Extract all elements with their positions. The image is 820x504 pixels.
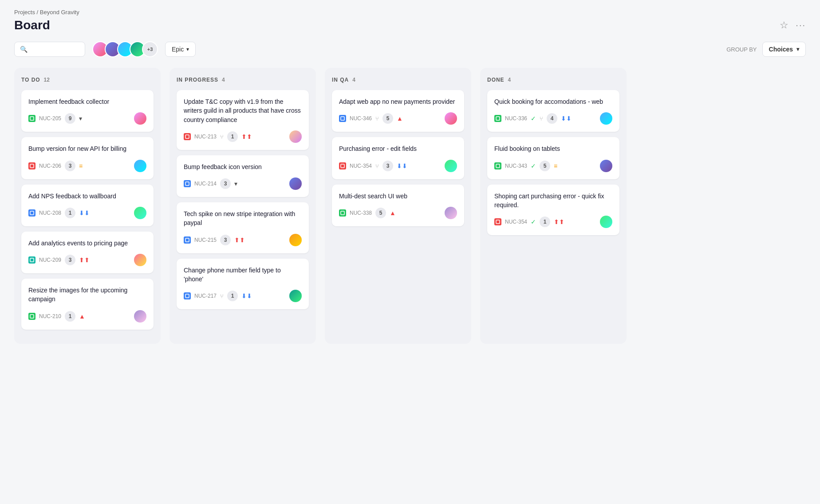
card[interactable]: Add NPS feedback to wallboard NUC-208 1 … (21, 185, 154, 226)
card[interactable]: Implement feedback collector NUC-205 9 ▾ (21, 90, 154, 132)
svg-rect-12 (496, 117, 500, 120)
card-title: Resize the images for the upcoming campa… (28, 286, 146, 304)
card[interactable]: Bump version for new API for billing NUC… (21, 137, 154, 179)
card-tag-icon (28, 313, 35, 320)
avatar (600, 160, 612, 172)
card-id: NUC-206 (39, 163, 61, 169)
card[interactable]: Adapt web app no new payments provider N… (332, 90, 464, 132)
avatar (600, 216, 612, 228)
avatar (134, 207, 146, 219)
chevron-down-icon: ▾ (186, 46, 189, 52)
priority-icon: ▲ (397, 114, 403, 122)
branch-icon: ⑂ (540, 114, 543, 122)
card-id: NUC-336 (505, 115, 527, 122)
check-icon: ✓ (531, 218, 536, 226)
search-box[interactable]: 🔍 (14, 42, 85, 57)
card-title: Add NPS feedback to wallboard (28, 192, 146, 201)
card[interactable]: Fluid booking on tablets NUC-343 ✓ 5 ≡ (487, 137, 619, 179)
count-badge: 3 (220, 178, 231, 189)
card-id: NUC-210 (39, 313, 61, 319)
svg-rect-7 (185, 238, 189, 242)
card-title: Multi-dest search UI web (339, 192, 457, 201)
svg-rect-0 (30, 117, 34, 120)
card-title: Fluid booking on tablets (494, 144, 612, 153)
priority-icon: ▾ (234, 180, 237, 188)
star-button[interactable]: ☆ (780, 20, 788, 31)
card-title: Tech spike on new stripe integration wit… (184, 209, 302, 228)
card-id: NUC-209 (39, 257, 61, 263)
card-id: NUC-205 (39, 115, 61, 122)
priority-icon: ≡ (79, 162, 83, 170)
count-badge: 5 (375, 208, 386, 218)
avatar (445, 160, 457, 172)
avatar (134, 254, 146, 266)
card[interactable]: Add analytics events to pricing page NUC… (21, 232, 154, 273)
page-title: Board (14, 18, 79, 32)
avatar (289, 234, 302, 246)
card[interactable]: Multi-dest search UI web NUC-338 5 ▲ (332, 185, 464, 226)
card-tag-icon (494, 115, 501, 122)
avatar (445, 207, 457, 219)
avatar (600, 112, 612, 125)
column-count: 4 (222, 77, 225, 83)
card[interactable]: Shoping cart purchasing error - quick fi… (487, 185, 619, 236)
card-title: Purchasing error - edit fields (339, 144, 457, 153)
card-id: NUC-343 (505, 163, 527, 169)
card[interactable]: Tech spike on new stripe integration wit… (177, 202, 309, 253)
priority-icon: ⬇⬇ (79, 209, 90, 217)
card-tag-icon (28, 256, 35, 264)
count-badge: 3 (382, 161, 393, 171)
card[interactable]: Bump feedback icon version NUC-214 3 ▾ (177, 155, 309, 197)
card-tag-icon (494, 162, 501, 169)
card[interactable]: Resize the images for the upcoming campa… (21, 279, 154, 330)
count-badge: 5 (382, 113, 393, 124)
count-badge: 5 (540, 161, 550, 171)
count-badge: 9 (65, 113, 75, 124)
count-badge: 1 (65, 311, 75, 322)
card-title: Change phone number field type to 'phone… (184, 266, 302, 284)
priority-icon: ⬆⬆ (79, 256, 90, 264)
card-tag-icon (494, 218, 501, 225)
card[interactable]: Update T&C copy with v1.9 from the write… (177, 90, 309, 150)
svg-rect-6 (185, 182, 189, 185)
priority-icon: ▲ (390, 209, 396, 217)
priority-icon: ⬆⬆ (241, 133, 252, 141)
more-options-button[interactable]: ··· (796, 20, 806, 30)
card[interactable]: Quick booking for accomodations - web NU… (487, 90, 619, 132)
card-tag-icon (28, 209, 35, 217)
group-by-label: GROUP BY (726, 46, 757, 53)
count-badge: 1 (540, 217, 550, 227)
svg-rect-10 (341, 164, 344, 168)
column-count: 4 (508, 77, 511, 83)
svg-rect-1 (30, 164, 34, 168)
priority-icon: ≡ (554, 162, 557, 170)
avatar-group: +3 (92, 41, 158, 57)
avatar (289, 290, 302, 302)
choices-button[interactable]: Choices ▾ (762, 42, 806, 57)
column-count: 12 (44, 77, 50, 83)
card-title: Implement feedback collector (28, 97, 146, 106)
card-tag-icon (339, 115, 346, 122)
count-badge: 4 (547, 113, 557, 124)
card-id: NUC-354 (505, 219, 527, 225)
branch-icon: ⑂ (375, 114, 379, 122)
count-badge: 3 (65, 161, 75, 171)
avatar (445, 112, 457, 125)
count-badge: 3 (65, 255, 75, 265)
card-id: NUC-213 (194, 134, 217, 140)
card-id: NUC-215 (194, 237, 217, 243)
count-badge: 1 (227, 131, 238, 142)
card[interactable]: Change phone number field type to 'phone… (177, 259, 309, 310)
card[interactable]: Purchasing error - edit fields NUC-354 ⑂… (332, 137, 464, 179)
card-title: Quick booking for accomodations - web (494, 97, 612, 106)
card-id: NUC-338 (350, 210, 372, 216)
card-tag-icon (28, 162, 35, 169)
search-input[interactable] (31, 46, 79, 53)
avatar-more[interactable]: +3 (142, 41, 158, 57)
svg-rect-3 (30, 258, 34, 262)
card-title: Add analytics events to pricing page (28, 239, 146, 248)
epic-filter-button[interactable]: Epic ▾ (165, 42, 196, 57)
svg-rect-14 (496, 220, 500, 224)
card-title: Bump feedback icon version (184, 162, 302, 171)
card-id: NUC-214 (194, 181, 217, 187)
